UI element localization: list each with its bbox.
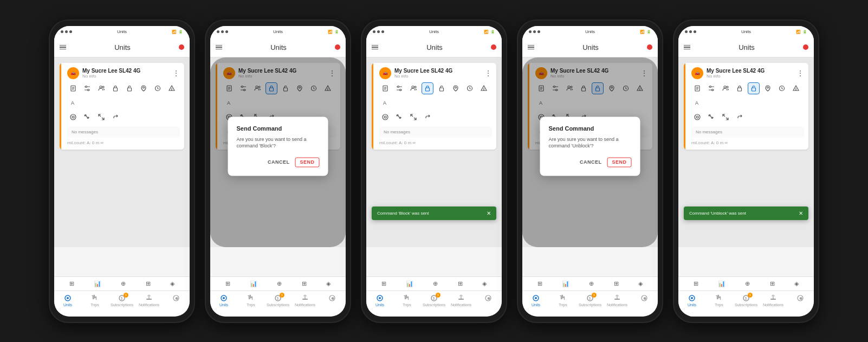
action-icon2-resize[interactable]: [720, 111, 731, 123]
nav-item-more[interactable]: ☻: [787, 294, 814, 303]
action-icon-people[interactable]: [720, 82, 731, 94]
action-icon-alert[interactable]: [790, 82, 802, 94]
action-icon-lock-block[interactable]: [734, 82, 746, 94]
action-icon2-share[interactable]: [734, 111, 746, 123]
toolbar-icon-3[interactable]: ⊞: [770, 280, 775, 287]
hamburger-icon[interactable]: [684, 45, 690, 50]
nav-item-trips[interactable]: Trips: [705, 294, 733, 307]
action-icon2-routes[interactable]: [705, 111, 717, 123]
nav-item-subscriptions[interactable]: $1Subscriptions: [576, 294, 604, 307]
toolbar-icon-0[interactable]: ⊞: [537, 280, 542, 287]
toolbar-icon-0[interactable]: ⊞: [381, 280, 386, 287]
toolbar-icon-3[interactable]: ⊞: [614, 280, 619, 287]
action-icon-text[interactable]: A: [67, 96, 79, 108]
nav-item-units[interactable]: Units: [210, 294, 237, 307]
action-icon2-resize[interactable]: [95, 111, 107, 123]
action-icon-settings[interactable]: [393, 82, 405, 94]
nav-item-subscriptions[interactable]: $1Subscriptions: [108, 294, 135, 307]
toolbar-icon-2[interactable]: ⊕: [277, 280, 282, 287]
action-icon-text[interactable]: A: [691, 96, 703, 108]
action-icon2-resize[interactable]: [407, 111, 419, 123]
nav-item-trips[interactable]: Trips: [549, 294, 576, 307]
nav-item-notifications[interactable]: Notifications: [604, 294, 631, 307]
toolbar-icon-1[interactable]: 📊: [562, 280, 569, 287]
hamburger-icon[interactable]: [372, 45, 378, 50]
nav-item-notifications[interactable]: Notifications: [448, 294, 475, 307]
toast-close-button[interactable]: ✕: [799, 210, 803, 216]
action-icon-clock[interactable]: [464, 82, 476, 94]
action-icon2-routes[interactable]: [81, 111, 93, 123]
action-icon-settings[interactable]: [705, 82, 717, 94]
toast-close-button[interactable]: ✕: [487, 210, 491, 216]
toolbar-icon-4[interactable]: ◈: [170, 280, 174, 287]
nav-item-units[interactable]: Units: [366, 294, 393, 307]
nav-item-trips[interactable]: Trips: [393, 294, 420, 307]
toolbar-icon-2[interactable]: ⊕: [589, 280, 594, 287]
action-icon-doc[interactable]: [67, 82, 79, 94]
action-icon2-geofence[interactable]: [67, 111, 79, 123]
nav-item-more[interactable]: ☻: [631, 294, 658, 303]
toolbar-icon-1[interactable]: 📊: [94, 280, 101, 287]
nav-item-trips[interactable]: Trips: [81, 294, 108, 307]
action-icon-text[interactable]: A: [379, 96, 391, 108]
toolbar-icon-3[interactable]: ⊞: [302, 280, 307, 287]
action-icon-people[interactable]: [95, 82, 107, 94]
close-button[interactable]: [647, 44, 652, 50]
close-button[interactable]: [335, 44, 340, 50]
close-button[interactable]: [179, 44, 184, 50]
toolbar-icon-2[interactable]: ⊕: [745, 280, 750, 287]
toolbar-icon-4[interactable]: ◈: [794, 280, 799, 287]
nav-item-subscriptions[interactable]: $1Subscriptions: [264, 294, 292, 307]
toolbar-icon-0[interactable]: ⊞: [69, 280, 74, 287]
action-icon-lock-block[interactable]: [109, 82, 121, 94]
nav-item-more[interactable]: ☻: [475, 294, 502, 303]
action-icon-doc[interactable]: [379, 82, 391, 94]
action-icon-clock[interactable]: [776, 82, 788, 94]
action-icon-alert[interactable]: [478, 82, 490, 94]
action-icon-lock-block[interactable]: [422, 82, 433, 94]
hamburger-icon[interactable]: [60, 45, 66, 50]
action-icon2-share[interactable]: [109, 111, 121, 123]
toolbar-icon-1[interactable]: 📊: [250, 280, 257, 287]
nav-item-more[interactable]: ☻: [319, 294, 346, 303]
toolbar-icon-2[interactable]: ⊕: [121, 280, 126, 287]
action-icon-clock[interactable]: [152, 82, 164, 94]
close-button[interactable]: [491, 44, 496, 50]
action-icon-location[interactable]: [138, 82, 150, 94]
action-icon-location[interactable]: [762, 82, 774, 94]
nav-item-subscriptions[interactable]: $1Subscriptions: [733, 294, 760, 307]
toolbar-icon-4[interactable]: ◈: [482, 280, 487, 287]
action-icon-people[interactable]: [407, 82, 419, 94]
hamburger-icon[interactable]: [528, 45, 534, 50]
close-button[interactable]: [803, 44, 808, 50]
action-icon-settings[interactable]: [81, 82, 93, 94]
action-icon-location[interactable]: [450, 82, 462, 94]
send-button[interactable]: SEND: [607, 157, 631, 167]
nav-item-units[interactable]: Units: [54, 294, 81, 307]
action-icon-lock-unblock[interactable]: [748, 82, 760, 94]
action-icon-alert[interactable]: [166, 82, 178, 94]
cancel-button[interactable]: CANCEL: [268, 159, 290, 165]
action-icon-doc[interactable]: [691, 82, 703, 94]
cancel-button[interactable]: CANCEL: [580, 159, 602, 165]
nav-item-more[interactable]: ☻: [163, 294, 190, 303]
toolbar-icon-3[interactable]: ⊞: [458, 280, 463, 287]
nav-item-notifications[interactable]: Notifications: [760, 294, 787, 307]
nav-item-subscriptions[interactable]: $1Subscriptions: [420, 294, 448, 307]
more-options-icon[interactable]: ⋮: [484, 69, 492, 78]
toolbar-icon-1[interactable]: 📊: [406, 280, 413, 287]
nav-item-notifications[interactable]: Notifications: [292, 294, 319, 307]
hamburger-icon[interactable]: [216, 45, 222, 50]
toolbar-icon-4[interactable]: ◈: [326, 280, 331, 287]
action-icon2-routes[interactable]: [393, 111, 405, 123]
action-icon2-geofence[interactable]: [379, 111, 391, 123]
send-button[interactable]: SEND: [295, 157, 319, 167]
action-icon2-share[interactable]: [422, 111, 433, 123]
nav-item-notifications[interactable]: Notifications: [135, 294, 163, 307]
nav-item-trips[interactable]: Trips: [237, 294, 264, 307]
nav-item-units[interactable]: Units: [678, 294, 705, 307]
nav-item-units[interactable]: Units: [522, 294, 549, 307]
action-icon-lock-unblock[interactable]: [124, 82, 135, 94]
more-options-icon[interactable]: ⋮: [796, 69, 804, 78]
toolbar-icon-0[interactable]: ⊞: [225, 280, 230, 287]
